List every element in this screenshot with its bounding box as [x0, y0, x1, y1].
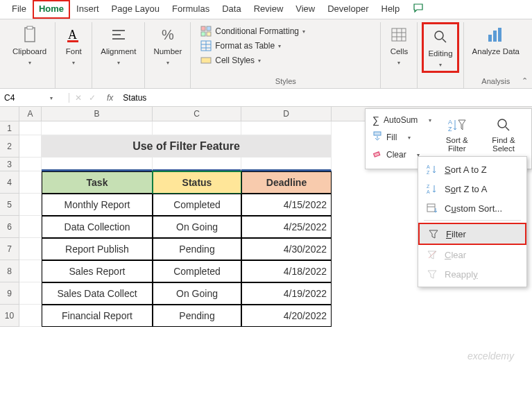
- table-cell[interactable]: 4/30/2022: [241, 238, 332, 260]
- svg-rect-27: [374, 152, 380, 157]
- cell-styles[interactable]: Cell Styles ▾: [198, 54, 308, 67]
- svg-rect-9: [201, 32, 205, 36]
- reapply-icon: [427, 269, 438, 280]
- table-cell[interactable]: 4/15/2022: [241, 194, 332, 216]
- clipboard-button[interactable]: Clipboard▾: [8, 22, 51, 69]
- table-cell[interactable]: 4/19/2022: [241, 282, 332, 305]
- table-cell[interactable]: On Going: [153, 282, 241, 305]
- table-cell[interactable]: Pending: [153, 238, 241, 260]
- table-cell[interactable]: Report Publish: [42, 238, 153, 260]
- row-header[interactable]: 6: [0, 216, 19, 238]
- fx-icon[interactable]: fx: [101, 93, 119, 103]
- name-box[interactable]: ▾: [0, 93, 69, 103]
- tab-help[interactable]: Help: [375, 0, 406, 19]
- font-button[interactable]: A Font▾: [60, 22, 87, 69]
- row-header[interactable]: 10: [0, 305, 19, 327]
- table-cell[interactable]: Completed: [153, 194, 241, 216]
- table-cell[interactable]: Financial Report: [42, 305, 153, 327]
- tab-insert[interactable]: Insert: [70, 0, 105, 19]
- svg-text:A: A: [427, 189, 430, 194]
- header-status[interactable]: Status: [153, 171, 241, 194]
- custom-sort[interactable]: Custom Sort...: [418, 198, 526, 218]
- svg-rect-26: [374, 132, 381, 135]
- row-header[interactable]: 2: [0, 135, 19, 158]
- table-cell[interactable]: On Going: [153, 216, 241, 238]
- row-header[interactable]: 4: [0, 171, 19, 194]
- enter-icon[interactable]: ✓: [89, 93, 96, 103]
- table-cell[interactable]: 4/25/2022: [241, 216, 332, 238]
- autosum-button[interactable]: ∑AutoSum ▾: [370, 113, 434, 127]
- table-cell[interactable]: Monthly Report: [42, 194, 153, 216]
- col-header[interactable]: B: [42, 107, 153, 121]
- row-header[interactable]: 5: [0, 194, 19, 216]
- conditional-formatting[interactable]: Conditional Formatting ▾: [198, 25, 308, 37]
- alignment-icon: [109, 25, 128, 44]
- svg-text:A: A: [68, 28, 77, 42]
- find-icon: [495, 116, 513, 134]
- fill-button[interactable]: Fill ▾: [370, 130, 434, 144]
- table-cell[interactable]: 4/20/2022: [241, 305, 332, 327]
- svg-rect-8: [207, 26, 211, 31]
- svg-text:Z: Z: [427, 170, 430, 175]
- group-alignment: Alignment▾: [92, 22, 145, 88]
- group-cells: Cells▾: [381, 22, 418, 88]
- title-cell[interactable]: Use of Filter Feature: [42, 135, 332, 158]
- table-cell[interactable]: Sales Data Collect: [42, 282, 153, 305]
- clipboard-icon: [20, 25, 40, 44]
- editing-button[interactable]: Editing▾: [422, 22, 458, 73]
- tab-developer[interactable]: Developer: [321, 0, 375, 19]
- ribbon-collapse-icon[interactable]: ⌃: [522, 76, 528, 85]
- tab-formulas[interactable]: Formulas: [166, 0, 216, 19]
- format-as-table[interactable]: Format as Table ▾: [198, 40, 308, 52]
- table-cell[interactable]: Pending: [153, 305, 241, 327]
- svg-rect-10: [207, 32, 211, 36]
- tab-data[interactable]: Data: [216, 0, 247, 19]
- table-cell[interactable]: Sales Report: [42, 260, 153, 282]
- row-header[interactable]: 9: [0, 282, 19, 305]
- name-box-input[interactable]: [4, 93, 46, 103]
- col-header[interactable]: C: [153, 107, 241, 121]
- formula-bar: ▾ ✕ ✓ fx: [0, 89, 532, 107]
- tab-file[interactable]: File: [6, 0, 33, 19]
- watermark: exceldemy: [467, 350, 514, 362]
- select-all-corner[interactable]: [0, 107, 19, 121]
- header-deadline[interactable]: Deadline: [241, 171, 332, 194]
- svg-rect-25: [498, 28, 501, 42]
- row-header[interactable]: 7: [0, 238, 19, 260]
- header-task[interactable]: Task: [42, 171, 153, 194]
- search-icon: [431, 27, 450, 46]
- tab-view[interactable]: View: [289, 0, 321, 19]
- svg-line-22: [443, 39, 446, 42]
- cells-icon: [389, 25, 409, 44]
- analyze-data-button[interactable]: Analyze Data: [468, 22, 524, 59]
- svg-text:Z: Z: [448, 126, 452, 133]
- row-header[interactable]: 8: [0, 260, 19, 282]
- row-header[interactable]: 1: [0, 121, 19, 135]
- number-button[interactable]: % Number▾: [149, 22, 186, 69]
- svg-rect-0: [25, 28, 35, 42]
- svg-rect-1: [27, 26, 33, 29]
- cells-button[interactable]: Cells▾: [385, 22, 413, 69]
- formula-input[interactable]: [119, 93, 532, 103]
- custom-sort-icon: [427, 203, 438, 214]
- col-header[interactable]: D: [241, 107, 332, 121]
- svg-rect-15: [201, 58, 211, 63]
- tab-pagelayout[interactable]: Page Layou: [105, 0, 166, 19]
- table-cell[interactable]: Data Collection: [42, 216, 153, 238]
- table-cell[interactable]: 4/18/2022: [241, 260, 332, 282]
- tab-home[interactable]: Home: [33, 0, 70, 19]
- eraser-icon: [372, 148, 382, 160]
- row-header[interactable]: 3: [0, 158, 19, 171]
- comments-icon[interactable]: [410, 0, 427, 19]
- svg-rect-36: [427, 204, 435, 212]
- filter-menu-item[interactable]: Filter: [418, 223, 526, 245]
- col-header[interactable]: A: [19, 107, 42, 121]
- tab-review[interactable]: Review: [248, 0, 290, 19]
- funnel-icon: [428, 228, 439, 239]
- sort-z-to-a[interactable]: ZASort Z to A: [418, 179, 526, 198]
- alignment-button[interactable]: Alignment▾: [96, 22, 140, 69]
- cancel-icon[interactable]: ✕: [75, 93, 82, 103]
- sort-a-to-z[interactable]: AZSort A to Z: [418, 160, 526, 179]
- cell-styles-icon: [200, 55, 212, 66]
- table-cell[interactable]: Completed: [153, 260, 241, 282]
